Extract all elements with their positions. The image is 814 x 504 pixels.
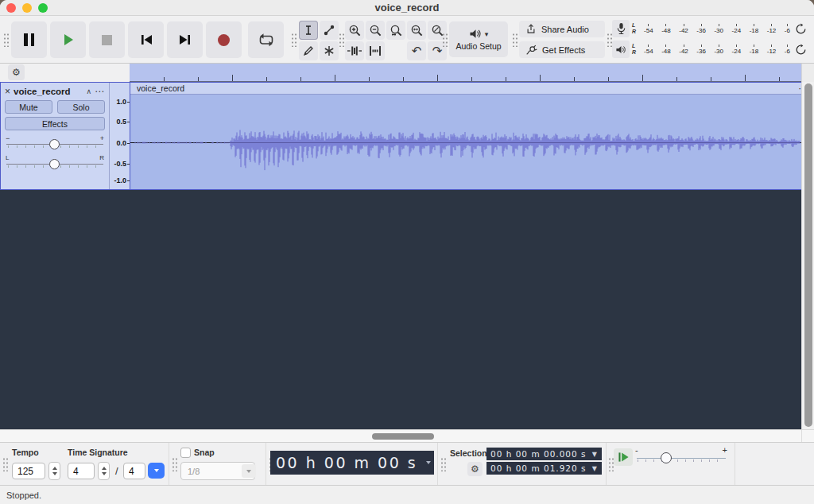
tools-toolbar-grip[interactable]	[291, 33, 297, 47]
track-title[interactable]: voice_record	[14, 87, 83, 96]
get-effects-label: Get Effects	[542, 45, 585, 55]
time-signature-upper-input[interactable]	[68, 463, 95, 479]
vertical-scrollbar-thumb[interactable]	[804, 83, 812, 427]
vruler-label: -0.5	[114, 160, 126, 168]
ruler-tick	[711, 77, 711, 81]
envelope-tool-button[interactable]	[320, 21, 339, 40]
share-toolbar-grip[interactable]	[512, 33, 517, 47]
record-button[interactable]	[206, 21, 242, 58]
snap-toolbar-grip[interactable]	[172, 457, 177, 471]
time-signature-lower-dropdown[interactable]	[148, 463, 165, 479]
pan-slider-thumb[interactable]	[49, 159, 60, 169]
track-menu-icon[interactable]: ⋯	[95, 86, 105, 97]
clip-header[interactable]: voice_record ⋯	[130, 83, 813, 95]
undo-button[interactable]: ↶	[407, 41, 426, 60]
gear-icon: ⚙	[471, 463, 479, 475]
gain-slider[interactable]: − +	[5, 134, 105, 150]
selection-start-display[interactable]: 00 h 00 m 00.000 s ▼	[486, 448, 602, 460]
horizontal-scrollbar-thumb[interactable]	[372, 433, 434, 440]
collapse-track-icon[interactable]: ∧	[86, 87, 91, 95]
meter-scale-number: -36	[696, 24, 706, 34]
effects-button[interactable]: Effects	[5, 117, 105, 130]
selection-tool-button[interactable]	[299, 21, 318, 40]
pan-slider[interactable]: L R	[5, 154, 105, 170]
tempo-stepper[interactable]	[48, 462, 60, 480]
zoom-out-button[interactable]	[366, 21, 385, 40]
recording-meter[interactable]: LR -54-48-42-36-30-24-18-12-6	[612, 19, 807, 38]
track-control-panel[interactable]: × voice_record ∧ ⋯ Mute Solo Effects − +	[1, 83, 110, 189]
play-icon	[61, 33, 76, 47]
get-effects-button[interactable]: Get Effects	[519, 41, 605, 58]
solo-button[interactable]: Solo	[57, 100, 105, 114]
edit-toolbar: ↶ ↷	[345, 21, 447, 60]
playback-speaker-icon[interactable]	[612, 41, 630, 58]
pause-button[interactable]	[11, 21, 47, 58]
zoom-to-selection-button[interactable]	[386, 21, 405, 40]
skip-to-end-button[interactable]	[167, 21, 203, 58]
ruler-tick	[266, 77, 267, 81]
selection-end-display[interactable]: 00 h 00 m 01.920 s ▼	[486, 462, 602, 475]
audio-setup-button[interactable]: ▾ Audio Setup	[449, 21, 508, 57]
stop-button[interactable]	[89, 21, 125, 58]
meter-scale-number: -54	[644, 24, 653, 34]
snap-checkbox[interactable]	[180, 448, 191, 458]
meter-refresh-icon[interactable]	[795, 44, 807, 56]
vertical-scrollbar[interactable]	[801, 82, 814, 429]
selection-settings-button[interactable]: ⚙	[467, 462, 483, 476]
snap-combo-chevron[interactable]	[242, 464, 256, 478]
scrollbar-corner	[801, 430, 814, 442]
timeline-ruler[interactable]	[130, 64, 801, 82]
play-button[interactable]	[50, 21, 86, 58]
fit-project-button[interactable]	[407, 21, 426, 40]
multi-tool-button[interactable]	[320, 41, 339, 60]
audio-clip[interactable]: voice_record ⋯	[130, 83, 813, 189]
empty-track-area[interactable]	[0, 190, 814, 429]
share-audio-button[interactable]: Share Audio	[519, 21, 605, 37]
transport-toolbar-grip[interactable]	[3, 33, 9, 47]
selection-toolbar-grip[interactable]	[440, 457, 446, 471]
zoom-out-icon	[369, 24, 382, 37]
close-track-icon[interactable]: ×	[5, 87, 10, 96]
audio-position-display[interactable]: 00 h 00 m 00 s	[270, 451, 434, 475]
play-at-speed-grip[interactable]	[608, 457, 614, 471]
audio-setup-grip[interactable]	[442, 33, 448, 47]
play-at-speed-button[interactable]	[614, 448, 633, 466]
draw-tool-button[interactable]	[299, 41, 318, 60]
horizontal-scrollbar[interactable]	[0, 429, 814, 442]
timeline-options-button[interactable]: ⚙	[8, 64, 25, 80]
separator	[169, 443, 169, 485]
trim-outside-selection-button[interactable]	[345, 41, 364, 60]
zoom-in-button[interactable]	[345, 21, 364, 40]
speed-minus-label: -	[635, 445, 638, 455]
zoom-to-selection-icon	[390, 24, 403, 37]
gain-slider-thumb[interactable]	[49, 139, 60, 149]
meter-scale-number: -12	[767, 24, 777, 34]
meter-scale-number: -18	[750, 24, 759, 34]
edit-toolbar-grip[interactable]	[339, 33, 344, 47]
loop-icon	[258, 33, 274, 48]
title-bar[interactable]: voice_record	[0, 0, 814, 16]
play-speed-slider[interactable]: - +	[635, 443, 727, 470]
meter-scale-number: -30	[714, 45, 723, 55]
silence-selection-button[interactable]	[366, 41, 385, 60]
meter-refresh-icon[interactable]	[795, 23, 807, 35]
window-title: voice_record	[0, 2, 814, 14]
audio-setup-label: Audio Setup	[455, 41, 501, 51]
microphone-icon[interactable]	[612, 20, 630, 37]
waveform-display[interactable]	[130, 95, 813, 189]
vertical-scale-ruler[interactable]: 1.0 0.5 0.0 -0.5 -1.0	[110, 83, 130, 189]
time-signature-lower-input[interactable]	[123, 463, 145, 479]
time-signature-stepper[interactable]	[98, 462, 110, 480]
playback-meter-scale: -54-48-42-36-30-24-18-12-6	[636, 45, 795, 55]
skip-to-start-button[interactable]	[128, 21, 164, 58]
loop-button[interactable]	[248, 21, 284, 58]
tempo-input[interactable]	[12, 463, 45, 479]
meter-toolbar-grip[interactable]	[607, 33, 612, 47]
ruler-tick	[540, 75, 541, 81]
mute-button[interactable]: Mute	[5, 100, 52, 114]
speed-slider-thumb[interactable]	[661, 452, 672, 463]
time-signature-toolbar-grip[interactable]	[2, 457, 8, 471]
undo-icon: ↶	[412, 45, 422, 57]
playback-meter[interactable]: LR -54-48-42-36-30-24-18-12-6	[612, 40, 807, 59]
pan-left-label: L	[6, 154, 9, 161]
